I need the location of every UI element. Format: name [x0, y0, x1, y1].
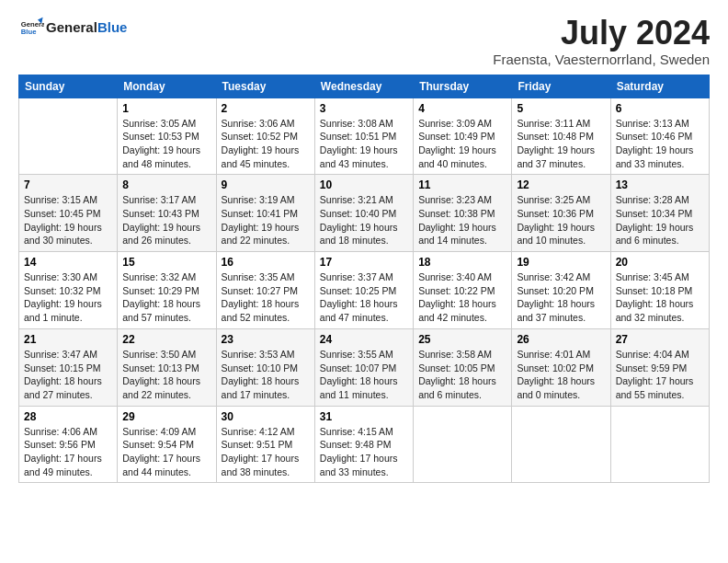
- day-number: 1: [122, 102, 210, 115]
- calendar-cell: 5Sunrise: 3:11 AM Sunset: 10:48 PM Dayli…: [512, 98, 610, 175]
- calendar-cell: 20Sunrise: 3:45 AM Sunset: 10:18 PM Dayl…: [610, 252, 709, 329]
- day-info: Sunrise: 3:28 AM Sunset: 10:34 PM Daylig…: [616, 193, 704, 247]
- calendar-cell: 10Sunrise: 3:21 AM Sunset: 10:40 PM Dayl…: [314, 175, 413, 252]
- col-thursday: Thursday: [414, 75, 512, 98]
- day-number: 22: [122, 333, 210, 346]
- logo-text: GeneralBlue: [46, 19, 127, 36]
- calendar-cell: 1Sunrise: 3:05 AM Sunset: 10:53 PM Dayli…: [118, 98, 216, 175]
- day-number: 4: [418, 102, 506, 115]
- calendar-week-row: 28Sunrise: 4:06 AM Sunset: 9:56 PM Dayli…: [19, 406, 710, 483]
- day-number: 9: [222, 178, 310, 191]
- calendar-cell: [414, 406, 512, 483]
- calendar-cell: 25Sunrise: 3:58 AM Sunset: 10:05 PM Dayl…: [414, 328, 512, 406]
- day-info: Sunrise: 3:30 AM Sunset: 10:32 PM Daylig…: [24, 270, 112, 325]
- calendar-cell: 4Sunrise: 3:09 AM Sunset: 10:49 PM Dayli…: [414, 98, 512, 175]
- day-info: Sunrise: 3:42 AM Sunset: 10:20 PM Daylig…: [517, 270, 605, 325]
- day-number: 19: [517, 256, 605, 269]
- day-number: 3: [320, 102, 408, 115]
- calendar-cell: 12Sunrise: 3:25 AM Sunset: 10:36 PM Dayl…: [512, 175, 610, 252]
- col-sunday: Sunday: [19, 75, 118, 98]
- day-number: 29: [122, 410, 210, 423]
- calendar-cell: 3Sunrise: 3:08 AM Sunset: 10:51 PM Dayli…: [314, 98, 413, 175]
- day-info: Sunrise: 3:55 AM Sunset: 10:07 PM Daylig…: [320, 348, 408, 402]
- day-number: 17: [320, 256, 408, 269]
- day-number: 11: [418, 178, 506, 191]
- col-tuesday: Tuesday: [216, 75, 314, 98]
- day-number: 21: [24, 333, 112, 346]
- day-info: Sunrise: 3:47 AM Sunset: 10:15 PM Daylig…: [24, 348, 112, 402]
- calendar-week-row: 21Sunrise: 3:47 AM Sunset: 10:15 PM Dayl…: [19, 328, 710, 406]
- calendar-cell: 21Sunrise: 3:47 AM Sunset: 10:15 PM Dayl…: [19, 328, 118, 406]
- day-info: Sunrise: 3:05 AM Sunset: 10:53 PM Daylig…: [122, 117, 210, 171]
- calendar-table: Sunday Monday Tuesday Wednesday Thursday…: [18, 75, 710, 484]
- calendar-cell: 27Sunrise: 4:04 AM Sunset: 9:59 PM Dayli…: [610, 328, 709, 406]
- calendar-cell: 7Sunrise: 3:15 AM Sunset: 10:45 PM Dayli…: [19, 175, 118, 252]
- calendar-cell: 2Sunrise: 3:06 AM Sunset: 10:52 PM Dayli…: [216, 98, 314, 175]
- calendar-cell: [512, 406, 610, 483]
- day-number: 6: [616, 102, 704, 115]
- day-number: 7: [24, 178, 112, 191]
- day-number: 27: [616, 333, 704, 346]
- day-number: 10: [320, 178, 408, 191]
- day-info: Sunrise: 4:04 AM Sunset: 9:59 PM Dayligh…: [616, 348, 704, 402]
- day-info: Sunrise: 3:58 AM Sunset: 10:05 PM Daylig…: [418, 348, 506, 402]
- col-friday: Friday: [512, 75, 610, 98]
- day-number: 13: [616, 178, 704, 191]
- day-number: 28: [24, 410, 112, 423]
- location-title: Fraensta, Vaesternorrland, Sweden: [493, 52, 710, 67]
- calendar-cell: 11Sunrise: 3:23 AM Sunset: 10:38 PM Dayl…: [414, 175, 512, 252]
- day-info: Sunrise: 3:53 AM Sunset: 10:10 PM Daylig…: [222, 348, 310, 402]
- day-info: Sunrise: 3:37 AM Sunset: 10:25 PM Daylig…: [320, 270, 408, 325]
- day-number: 18: [418, 256, 506, 269]
- day-number: 16: [222, 256, 310, 269]
- day-info: Sunrise: 3:19 AM Sunset: 10:41 PM Daylig…: [222, 193, 310, 247]
- day-info: Sunrise: 3:21 AM Sunset: 10:40 PM Daylig…: [320, 193, 408, 247]
- day-info: Sunrise: 3:25 AM Sunset: 10:36 PM Daylig…: [517, 193, 605, 247]
- day-number: 8: [122, 178, 210, 191]
- day-info: Sunrise: 3:23 AM Sunset: 10:38 PM Daylig…: [418, 193, 506, 247]
- day-info: Sunrise: 3:06 AM Sunset: 10:52 PM Daylig…: [222, 117, 310, 171]
- calendar-cell: 6Sunrise: 3:13 AM Sunset: 10:46 PM Dayli…: [610, 98, 709, 175]
- logo: General Blue GeneralBlue: [18, 15, 127, 40]
- calendar-cell: 15Sunrise: 3:32 AM Sunset: 10:29 PM Dayl…: [118, 252, 216, 329]
- col-wednesday: Wednesday: [314, 75, 413, 98]
- day-info: Sunrise: 3:15 AM Sunset: 10:45 PM Daylig…: [24, 193, 112, 247]
- page-header: General Blue GeneralBlue July 2024 Fraen…: [18, 15, 710, 67]
- col-saturday: Saturday: [610, 75, 709, 98]
- day-number: 25: [418, 333, 506, 346]
- day-info: Sunrise: 4:01 AM Sunset: 10:02 PM Daylig…: [517, 348, 605, 402]
- calendar-cell: [19, 98, 118, 175]
- calendar-cell: [610, 406, 709, 483]
- calendar-cell: 24Sunrise: 3:55 AM Sunset: 10:07 PM Dayl…: [314, 328, 413, 406]
- day-number: 23: [222, 333, 310, 346]
- calendar-cell: 19Sunrise: 3:42 AM Sunset: 10:20 PM Dayl…: [512, 252, 610, 329]
- day-info: Sunrise: 3:08 AM Sunset: 10:51 PM Daylig…: [320, 117, 408, 171]
- day-number: 31: [320, 410, 408, 423]
- calendar-cell: 8Sunrise: 3:17 AM Sunset: 10:43 PM Dayli…: [118, 175, 216, 252]
- day-info: Sunrise: 3:13 AM Sunset: 10:46 PM Daylig…: [616, 117, 704, 171]
- calendar-header-row: Sunday Monday Tuesday Wednesday Thursday…: [19, 75, 710, 98]
- calendar-cell: 22Sunrise: 3:50 AM Sunset: 10:13 PM Dayl…: [118, 328, 216, 406]
- day-number: 12: [517, 178, 605, 191]
- calendar-week-row: 7Sunrise: 3:15 AM Sunset: 10:45 PM Dayli…: [19, 175, 710, 252]
- calendar-cell: 17Sunrise: 3:37 AM Sunset: 10:25 PM Dayl…: [314, 252, 413, 329]
- calendar-cell: 28Sunrise: 4:06 AM Sunset: 9:56 PM Dayli…: [19, 406, 118, 483]
- day-number: 14: [24, 256, 112, 269]
- day-info: Sunrise: 3:11 AM Sunset: 10:48 PM Daylig…: [517, 117, 605, 171]
- calendar-cell: 30Sunrise: 4:12 AM Sunset: 9:51 PM Dayli…: [216, 406, 314, 483]
- svg-text:Blue: Blue: [21, 28, 37, 36]
- day-info: Sunrise: 3:35 AM Sunset: 10:27 PM Daylig…: [222, 270, 310, 325]
- day-number: 26: [517, 333, 605, 346]
- calendar-week-row: 1Sunrise: 3:05 AM Sunset: 10:53 PM Dayli…: [19, 98, 710, 175]
- calendar-cell: 29Sunrise: 4:09 AM Sunset: 9:54 PM Dayli…: [118, 406, 216, 483]
- logo-icon: General Blue: [18, 15, 44, 40]
- calendar-cell: 9Sunrise: 3:19 AM Sunset: 10:41 PM Dayli…: [216, 175, 314, 252]
- calendar-cell: 26Sunrise: 4:01 AM Sunset: 10:02 PM Dayl…: [512, 328, 610, 406]
- day-info: Sunrise: 4:06 AM Sunset: 9:56 PM Dayligh…: [24, 425, 112, 479]
- day-number: 24: [320, 333, 408, 346]
- calendar-week-row: 14Sunrise: 3:30 AM Sunset: 10:32 PM Dayl…: [19, 252, 710, 329]
- day-info: Sunrise: 3:09 AM Sunset: 10:49 PM Daylig…: [418, 117, 506, 171]
- calendar-cell: 14Sunrise: 3:30 AM Sunset: 10:32 PM Dayl…: [19, 252, 118, 329]
- calendar-cell: 18Sunrise: 3:40 AM Sunset: 10:22 PM Dayl…: [414, 252, 512, 329]
- calendar-cell: 23Sunrise: 3:53 AM Sunset: 10:10 PM Dayl…: [216, 328, 314, 406]
